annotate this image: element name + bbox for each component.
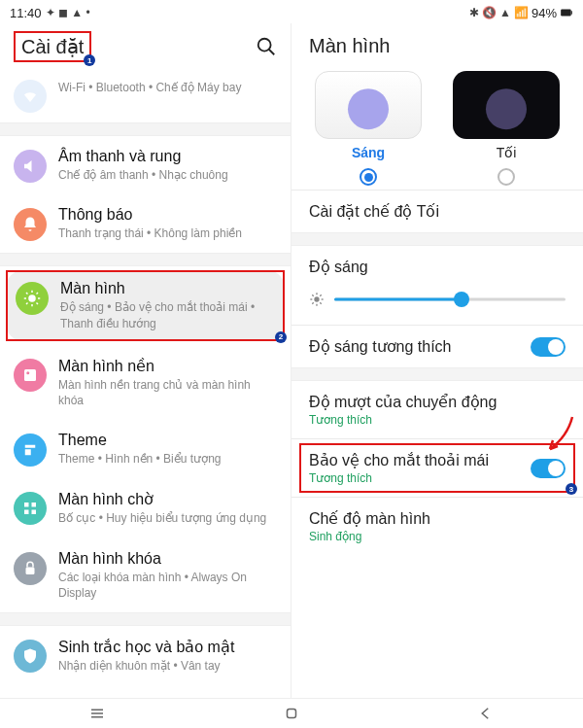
mute-icon: 🔇 (482, 6, 497, 19)
motion-smoothness-row[interactable]: Độ mượt của chuyển động Tương thích (292, 381, 583, 438)
svg-line-11 (26, 303, 28, 305)
item-sub: Thanh trạng thái • Không làm phiền (58, 225, 277, 241)
svg-point-14 (26, 371, 29, 374)
settings-item-lock[interactable]: Màn hình khóa Các loại khóa màn hình • A… (0, 538, 291, 612)
theme-icon (14, 433, 47, 467)
item-title: Màn hình (60, 280, 275, 297)
shield-icon (14, 640, 47, 673)
section-gap (292, 232, 583, 246)
battery-icon (560, 6, 573, 19)
nav-back-button[interactable] (466, 705, 505, 722)
section-spacer (0, 122, 291, 136)
settings-item-connections[interactable]: Wi-Fi • Bluetooth • Chế độ Máy bay (0, 72, 291, 122)
item-sub: Bố cục • Huy hiệu biểu tượng ứng dụng (58, 510, 277, 526)
screen-mode-row[interactable]: Chế độ màn hình Sinh động (292, 498, 583, 555)
detail-title: Màn hình (292, 23, 583, 71)
svg-line-3 (269, 50, 275, 55)
item-sub: Wi-Fi • Bluetooth • Chế độ Máy bay (58, 80, 277, 95)
wifi-icon (14, 80, 47, 113)
item-sub: Các loại khóa màn hình • Always On Displ… (58, 570, 277, 601)
dark-mode-settings-row[interactable]: Cài đặt chế độ Tối (292, 191, 583, 232)
brightness-header: Độ sáng (292, 246, 583, 282)
display-icon (16, 282, 49, 315)
theme-light-preview (315, 71, 422, 139)
svg-rect-32 (288, 710, 296, 718)
item-title: Màn hình nền (58, 357, 277, 375)
nav-home-button[interactable] (272, 705, 311, 722)
adaptive-brightness-toggle[interactable] (531, 337, 566, 357)
svg-rect-0 (561, 10, 571, 17)
settings-item-theme[interactable]: Theme Theme • Hình nền • Biểu tượng (0, 420, 291, 478)
theme-dark-radio[interactable] (497, 168, 515, 186)
notification-icon (14, 208, 47, 241)
svg-line-10 (37, 303, 39, 305)
svg-point-4 (28, 295, 36, 303)
brightness-slider[interactable] (334, 286, 566, 313)
brightness-slider-row (292, 282, 583, 325)
home-icon (14, 492, 47, 525)
item-title: Âm thanh và rung (58, 148, 277, 165)
theme-light-label: Sáng (352, 145, 385, 160)
svg-line-27 (312, 302, 313, 303)
svg-rect-15 (24, 503, 29, 507)
theme-light-option[interactable]: Sáng (309, 71, 428, 186)
display-detail-pane: Màn hình Sáng Tối Cài đặt chế độ Tối Độ … (292, 23, 583, 698)
section-gap (292, 367, 583, 381)
lock-icon (14, 552, 47, 585)
settings-item-notifications[interactable]: Thông báo Thanh trạng thái • Không làm p… (0, 194, 291, 253)
sound-icon (14, 150, 47, 183)
settings-item-home[interactable]: Màn hình chờ Bố cục • Huy hiệu biểu tượn… (0, 478, 291, 537)
theme-dark-preview (453, 71, 560, 139)
theme-dark-option[interactable]: Tối (447, 71, 566, 186)
status-bar: 11:40 ✦ ◼ ▲ • ✱ 🔇 ▲ 📶 94% (0, 0, 583, 23)
item-title: Theme (58, 432, 277, 449)
settings-item-wallpaper[interactable]: Màn hình nền Màn hình nền trang chủ và m… (0, 345, 291, 420)
section-spacer (0, 253, 291, 266)
item-sub: Màn hình nền trang chủ và màn hình khóa (58, 377, 277, 408)
svg-line-28 (320, 295, 321, 295)
item-title: Sinh trắc học và bảo mật (58, 638, 277, 656)
wallpaper-icon (14, 359, 47, 392)
settings-list-pane: Cài đặt 1 Wi-Fi • Bluetooth • Chế độ Máy… (0, 23, 292, 698)
status-right: ✱ 🔇 ▲ 📶 94% (469, 6, 573, 20)
settings-item-sound[interactable]: Âm thanh và rung Chế độ âm thanh • Nhạc … (0, 136, 291, 194)
status-time: 11:40 (10, 6, 42, 20)
section-spacer (0, 612, 291, 626)
item-sub: Độ sáng • Bảo vệ cho mắt thoải mái • Tha… (60, 299, 275, 330)
item-sub: Nhận diện khuôn mặt • Vân tay (58, 658, 277, 674)
svg-rect-17 (24, 510, 29, 515)
settings-item-display[interactable]: Màn hình Độ sáng • Bảo vệ cho mắt thoải … (6, 270, 285, 340)
settings-title: Cài đặt 1 (14, 31, 91, 62)
svg-point-2 (258, 39, 271, 52)
battery-text: 94% (532, 6, 557, 20)
item-title: Thông báo (58, 206, 277, 224)
svg-rect-16 (32, 503, 37, 507)
svg-line-12 (37, 293, 39, 295)
theme-selector-row: Sáng Tối (292, 71, 583, 190)
annotation-badge-1: 1 (84, 54, 95, 66)
svg-rect-1 (571, 11, 572, 15)
search-icon[interactable] (256, 36, 277, 57)
svg-rect-18 (32, 510, 37, 515)
settings-header: Cài đặt 1 (0, 23, 291, 72)
wifi-icon: ▲ (499, 6, 511, 19)
eye-comfort-toggle[interactable] (531, 459, 566, 478)
brightness-low-icon (309, 292, 325, 307)
status-app-icons: ✦ ◼ ▲ • (46, 6, 90, 19)
eye-comfort-row[interactable]: Bảo vệ cho mắt thoải mái Tương thích (292, 439, 583, 497)
theme-light-radio[interactable] (360, 168, 377, 186)
android-nav-bar (0, 698, 583, 728)
adaptive-brightness-row[interactable]: Độ sáng tương thích (292, 326, 583, 367)
item-title: Màn hình khóa (58, 550, 277, 568)
svg-rect-19 (26, 567, 35, 574)
item-sub: Chế độ âm thanh • Nhạc chuông (58, 167, 277, 183)
svg-rect-13 (24, 369, 36, 381)
nav-recents-button[interactable] (78, 705, 117, 722)
svg-point-20 (314, 296, 319, 301)
bluetooth-icon: ✱ (469, 6, 479, 19)
svg-line-9 (26, 293, 28, 295)
settings-item-biometrics[interactable]: Sinh trắc học và bảo mật Nhận diện khuôn… (0, 626, 291, 685)
signal-icon: 📶 (514, 6, 529, 19)
svg-line-26 (320, 302, 321, 303)
item-title: Màn hình chờ (58, 490, 277, 508)
